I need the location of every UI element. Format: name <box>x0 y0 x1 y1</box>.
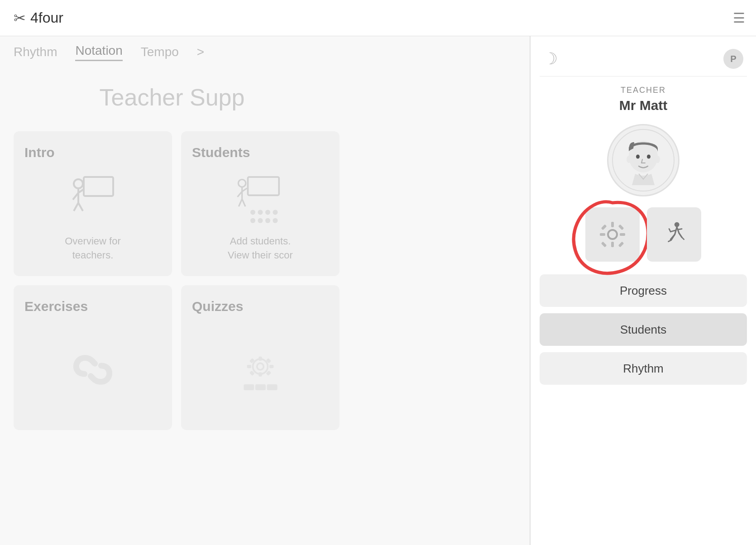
logo-text: 4four <box>30 10 63 26</box>
svg-rect-43 <box>611 242 614 247</box>
svg-rect-0 <box>84 177 113 196</box>
svg-line-11 <box>242 188 247 191</box>
svg-point-18 <box>250 218 255 223</box>
panel-content: TEACHER Mr Matt <box>540 86 747 536</box>
svg-rect-42 <box>611 222 614 227</box>
panel-header: ☽ P <box>540 45 747 76</box>
intro-card-icon <box>24 169 161 234</box>
svg-rect-49 <box>618 242 624 248</box>
intro-card-title: Intro <box>24 145 55 160</box>
avatar-image <box>612 129 675 192</box>
svg-point-8 <box>238 180 246 187</box>
teacher-label: TEACHER <box>621 86 666 95</box>
nav-tabs: Rhythm Notation Tempo > <box>0 36 344 68</box>
svg-point-19 <box>258 218 263 223</box>
students-card[interactable]: Students <box>181 131 340 276</box>
svg-rect-44 <box>600 233 605 236</box>
svg-point-22 <box>253 359 268 374</box>
tab-notation[interactable]: Notation <box>75 43 122 61</box>
svg-rect-7 <box>248 177 279 195</box>
svg-rect-34 <box>267 384 278 390</box>
profile-button[interactable]: P <box>723 49 743 69</box>
svg-point-14 <box>250 210 255 215</box>
svg-point-16 <box>265 210 270 215</box>
avatar <box>607 124 679 196</box>
quizzes-card[interactable]: Quizzes <box>181 285 340 430</box>
students-card-title: Students <box>192 145 250 160</box>
logo-area: ✂ 4four <box>14 10 63 27</box>
teacher-name: Mr Matt <box>619 98 668 113</box>
gear-btn-wrapper <box>585 207 640 262</box>
svg-point-41 <box>608 230 617 239</box>
students-card-icon <box>192 169 329 234</box>
svg-rect-48 <box>601 242 607 248</box>
svg-rect-33 <box>255 384 266 390</box>
nav-arrow: > <box>197 45 204 59</box>
svg-rect-26 <box>247 365 251 368</box>
quizzes-card-icon <box>192 323 329 416</box>
svg-rect-27 <box>269 365 273 368</box>
svg-rect-46 <box>601 225 607 230</box>
svg-point-15 <box>258 210 263 215</box>
intro-card-description: Overview forteachers. <box>24 234 161 263</box>
svg-rect-25 <box>258 373 262 377</box>
gear-icon <box>598 220 627 249</box>
svg-point-21 <box>273 218 278 223</box>
dark-mode-icon[interactable]: ☽ <box>543 49 558 68</box>
svg-point-23 <box>257 363 264 370</box>
students-nav-button[interactable]: Students <box>540 313 747 346</box>
rhythm-button[interactable]: Rhythm <box>540 352 747 385</box>
progress-button[interactable]: Progress <box>540 274 747 307</box>
page-title: Teacher Supp <box>0 84 344 111</box>
running-icon <box>661 222 687 247</box>
svg-point-39 <box>627 156 631 163</box>
svg-rect-47 <box>618 225 624 230</box>
activity-button[interactable] <box>647 207 701 262</box>
tab-tempo[interactable]: Tempo <box>141 45 179 59</box>
cards-area: Intro Overview forteachers. Students <box>14 131 340 430</box>
svg-point-37 <box>636 155 640 159</box>
svg-point-40 <box>656 156 660 163</box>
svg-line-12 <box>239 199 242 207</box>
intro-card[interactable]: Intro Overview forteachers. <box>14 131 172 276</box>
svg-point-17 <box>273 210 278 215</box>
svg-rect-32 <box>244 384 254 390</box>
exercises-card-icon <box>24 323 161 416</box>
logo-icon: ✂ <box>14 10 26 27</box>
svg-rect-45 <box>620 233 625 236</box>
settings-button[interactable] <box>585 207 640 262</box>
svg-line-5 <box>74 203 78 211</box>
svg-point-50 <box>675 222 679 227</box>
svg-line-6 <box>78 203 83 211</box>
right-panel: ☽ P TEACHER Mr Matt <box>530 36 756 545</box>
hamburger-menu-icon[interactable]: ☰ <box>733 10 745 26</box>
svg-point-20 <box>265 218 270 223</box>
svg-rect-24 <box>258 357 262 361</box>
students-card-description: Add students.View their scor <box>192 234 329 263</box>
tab-rhythm[interactable]: Rhythm <box>14 45 57 59</box>
quizzes-card-title: Quizzes <box>192 299 243 314</box>
svg-point-38 <box>647 155 651 159</box>
svg-line-13 <box>242 199 245 207</box>
top-bar: ✂ 4four <box>0 0 756 36</box>
icon-buttons-row <box>540 207 747 262</box>
exercises-card-title: Exercises <box>24 299 88 314</box>
exercises-card[interactable]: Exercises <box>14 285 172 430</box>
svg-point-1 <box>74 179 83 188</box>
